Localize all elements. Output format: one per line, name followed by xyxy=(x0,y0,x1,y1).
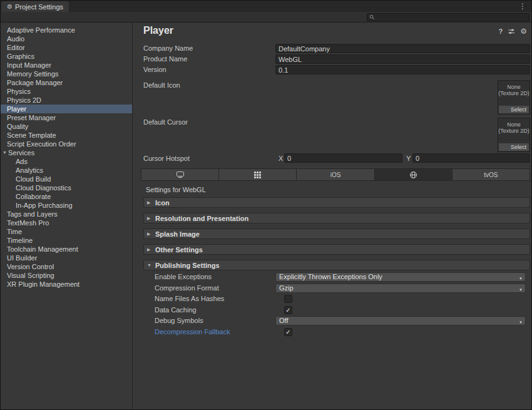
sidebar-item-label: Visual Scripting xyxy=(7,271,54,280)
sidebar-item-cloud-build[interactable]: Cloud Build xyxy=(1,175,132,183)
player-settings-panel: Player ? ⚙ Company NameProduct NameVersi… xyxy=(133,23,531,409)
sidebar-item-label: Cloud Build xyxy=(16,175,51,183)
default-cursor-select-button[interactable]: Select xyxy=(499,143,529,151)
section-header-resolution-and-presentation[interactable]: ▶Resolution and Presentation xyxy=(143,213,530,223)
foldout-triangle-icon: ▶ xyxy=(147,247,152,252)
monitor-icon xyxy=(176,171,185,178)
name-files-as-hashes-checkbox[interactable] xyxy=(284,295,292,303)
data-caching-label: Data Caching xyxy=(155,305,197,315)
sidebar-item-textmesh-pro[interactable]: TextMesh Pro xyxy=(1,218,132,227)
help-icon[interactable]: ? xyxy=(499,28,503,35)
sidebar-item-visual-scripting[interactable]: Visual Scripting xyxy=(1,271,132,280)
page-title: Player xyxy=(143,25,173,36)
project-settings-window: ⚙ Project Settings ⋮ Adaptive Performanc… xyxy=(0,0,532,410)
window-menu-icon[interactable]: ⋮ xyxy=(519,2,526,11)
sidebar-item-editor[interactable]: Editor xyxy=(1,43,132,52)
sidebar-item-timeline[interactable]: Timeline xyxy=(1,236,132,245)
sidebar-item-ui-builder[interactable]: UI Builder xyxy=(1,254,132,262)
gear-icon[interactable]: ⚙ xyxy=(520,28,527,35)
search-input[interactable] xyxy=(377,14,527,21)
toolbar xyxy=(1,12,531,23)
foldout-triangle-icon: ▶ xyxy=(147,200,152,205)
default-icon-none-text: None (Texture 2D) xyxy=(498,81,529,96)
sidebar-item-xr-plugin-management[interactable]: XR Plugin Management xyxy=(1,280,132,289)
section-label: Resolution and Presentation xyxy=(155,215,248,222)
hotspot-x-field[interactable] xyxy=(284,153,402,163)
sidebar-item-label: Collaborate xyxy=(16,192,51,201)
sidebar-item-label: Services xyxy=(8,148,34,157)
sidebar-item-adaptive-performance[interactable]: Adaptive Performance xyxy=(1,26,132,34)
sidebar-item-label: Analytics xyxy=(16,166,43,175)
data-caching-checkbox[interactable]: ✓ xyxy=(284,306,292,314)
compression-format-dropdown[interactable]: Gzip▼ xyxy=(275,284,526,293)
sidebar-item-label: TextMesh Pro xyxy=(7,218,49,227)
sidebar-item-toolchain-management[interactable]: Toolchain Management xyxy=(1,245,132,254)
company-name-field[interactable] xyxy=(275,44,530,53)
sidebar-item-label: Graphics xyxy=(7,52,34,61)
preset-icon[interactable] xyxy=(508,28,515,35)
sidebar-item-analytics[interactable]: Analytics xyxy=(1,166,132,175)
decompression-fallback-checkbox[interactable]: ✓ xyxy=(284,328,292,336)
section-label: Icon xyxy=(155,199,170,207)
sidebar-item-label: Scene Template xyxy=(7,131,56,140)
company-name-label: Company Name xyxy=(143,44,193,52)
sidebar-item-script-execution-order[interactable]: Script Execution Order xyxy=(1,140,132,148)
project-settings-tab[interactable]: ⚙ Project Settings xyxy=(1,1,69,12)
decompression-fallback-label: Decompression Fallback xyxy=(155,327,230,337)
sidebar-item-collaborate[interactable]: Collaborate xyxy=(1,192,132,201)
sidebar-item-quality[interactable]: Quality xyxy=(1,122,132,131)
platform-tab-android[interactable] xyxy=(219,169,297,180)
version-field[interactable] xyxy=(275,65,530,74)
sidebar-item-label: Cloud Diagnostics xyxy=(16,183,71,192)
sidebar-item-physics-2d[interactable]: Physics 2D xyxy=(1,96,132,105)
sidebar-item-tags-and-layers[interactable]: Tags and Layers xyxy=(1,210,132,218)
sidebar-item-label: UI Builder xyxy=(7,254,37,262)
sidebar-item-ads[interactable]: Ads xyxy=(1,157,132,166)
hotspot-y-field[interactable] xyxy=(412,153,530,163)
sidebar-item-time[interactable]: Time xyxy=(1,227,132,236)
product-name-field[interactable] xyxy=(275,54,530,64)
section-label: Splash Image xyxy=(155,230,200,238)
sidebar-item-preset-manager[interactable]: Preset Manager xyxy=(1,113,132,122)
name-files-as-hashes-label: Name Files As Hashes xyxy=(155,294,224,304)
section-header-publishing-settings[interactable]: ▼Publishing Settings xyxy=(143,260,530,270)
section-header-other-settings[interactable]: ▶Other Settings xyxy=(143,244,530,255)
sidebar-item-scene-template[interactable]: Scene Template xyxy=(1,131,132,140)
sidebar-item-label: Audio xyxy=(7,34,24,43)
header-icons: ? ⚙ xyxy=(499,28,528,35)
platform-tab-ios[interactable]: iOS xyxy=(297,169,374,180)
sidebar-item-physics[interactable]: Physics xyxy=(1,87,132,96)
sidebar-item-graphics[interactable]: Graphics xyxy=(1,52,132,61)
sidebar-item-player[interactable]: Player xyxy=(1,105,132,113)
sidebar-item-cloud-diagnostics[interactable]: Cloud Diagnostics xyxy=(1,183,132,192)
default-icon-box[interactable]: None (Texture 2D) Select xyxy=(498,80,530,115)
default-cursor-box[interactable]: None (Texture 2D) Select xyxy=(498,118,530,152)
sidebar-item-label: XR Plugin Management xyxy=(7,280,79,289)
debug-symbols-dropdown[interactable]: Off▼ xyxy=(275,316,526,325)
foldout-triangle-icon[interactable]: ▼ xyxy=(3,148,8,157)
platform-tab-label: iOS xyxy=(330,172,341,178)
section-header-splash-image[interactable]: ▶Splash Image xyxy=(143,228,530,239)
sidebar-item-memory-settings[interactable]: Memory Settings xyxy=(1,69,132,78)
sidebar-item-services[interactable]: ▼Services xyxy=(1,148,132,157)
sidebar-item-in-app-purchasing[interactable]: In-App Purchasing xyxy=(1,201,132,210)
enable-exceptions-label: Enable Exceptions xyxy=(155,272,212,282)
sidebar-item-label: Adaptive Performance xyxy=(7,26,75,34)
sidebar-item-audio[interactable]: Audio xyxy=(1,34,132,43)
section-header-icon[interactable]: ▶Icon xyxy=(143,197,530,208)
hotspot-x-label: X xyxy=(279,155,283,162)
platform-tab-standalone[interactable] xyxy=(141,169,219,180)
search-box[interactable] xyxy=(367,13,529,21)
sidebar-item-label: Memory Settings xyxy=(7,69,59,78)
sidebar-item-input-manager[interactable]: Input Manager xyxy=(1,61,132,69)
sidebar-item-label: Quality xyxy=(7,122,28,131)
chevron-down-icon: ▼ xyxy=(519,319,523,325)
platform-tab-tvos[interactable]: tvOS xyxy=(453,169,529,180)
default-icon-select-button[interactable]: Select xyxy=(499,106,529,113)
check-icon: ✓ xyxy=(285,329,292,336)
sidebar-item-package-manager[interactable]: Package Manager xyxy=(1,78,132,87)
platform-tab-webgl[interactable] xyxy=(375,169,453,180)
sidebar-item-version-control[interactable]: Version Control xyxy=(1,262,132,271)
debug-symbols-label: Debug Symbols xyxy=(155,316,203,325)
enable-exceptions-dropdown[interactable]: Explicitly Thrown Exceptions Only▼ xyxy=(275,272,526,282)
